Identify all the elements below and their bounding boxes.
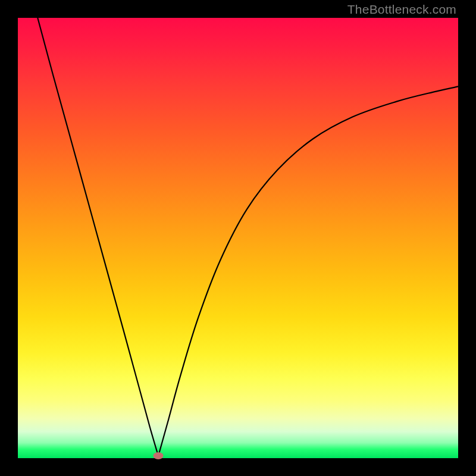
chart-frame: TheBottleneck.com bbox=[0, 0, 476, 476]
minimum-marker-dot bbox=[154, 452, 164, 459]
plot-area bbox=[18, 18, 458, 458]
attribution-watermark: TheBottleneck.com bbox=[347, 2, 456, 17]
curve-left-branch bbox=[37, 18, 158, 456]
curve-right-branch bbox=[158, 86, 458, 456]
curve-svg bbox=[18, 18, 458, 458]
